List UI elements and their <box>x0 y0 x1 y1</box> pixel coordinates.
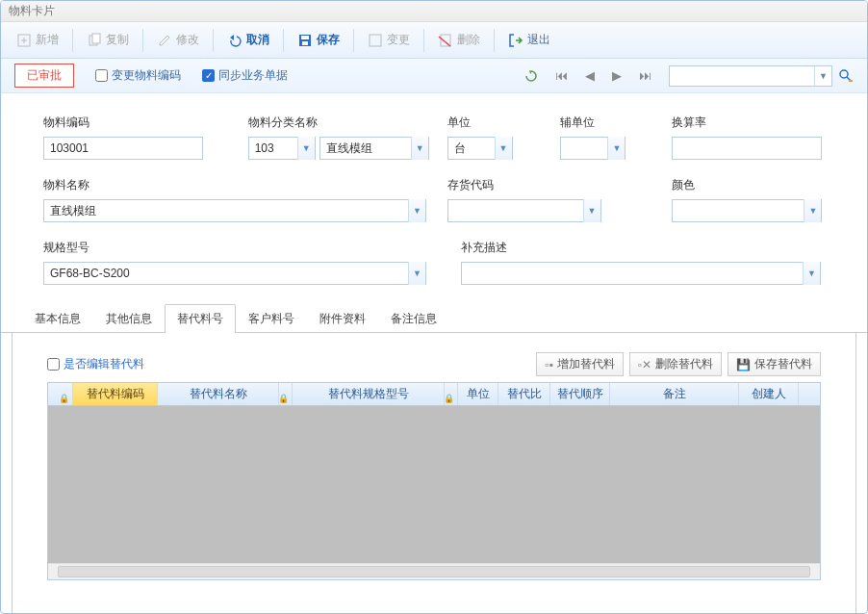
toolbar: 新增 复制 修改 取消 保存 变更 删除 退出 <box>1 22 867 59</box>
chevron-down-icon: ▼ <box>804 199 821 222</box>
grid-header-cell[interactable]: 🔒 <box>279 383 293 405</box>
refresh-icon[interactable] <box>524 69 538 83</box>
cat-label: 物料分类名称 <box>248 115 447 131</box>
save-icon <box>297 33 313 48</box>
tab-attach[interactable]: 附件资料 <box>307 304 378 333</box>
edit-icon <box>157 33 172 48</box>
change-code-checkbox[interactable]: 变更物料编码 <box>95 67 181 84</box>
desc-select[interactable]: ▼ <box>461 262 821 285</box>
grid-scrollbar[interactable] <box>48 563 820 579</box>
status-badge[interactable]: 已审批 <box>14 64 74 88</box>
edit-button[interactable]: 修改 <box>149 28 207 52</box>
grid-header-cell[interactable]: 替代料编码 <box>73 383 158 405</box>
search-combo[interactable]: ▼ <box>669 65 832 87</box>
svg-point-11 <box>840 70 848 78</box>
grid-header-cell[interactable]: 🔒 <box>445 383 458 405</box>
delete-button[interactable]: 删除 <box>430 28 488 52</box>
change-button[interactable]: 变更 <box>360 28 418 52</box>
grid-header-cell[interactable]: 替代比 <box>498 383 550 405</box>
main-window: 物料卡片 新增 复制 修改 取消 保存 变更 删除 退出 已审批 变更物料编码 … <box>0 0 868 614</box>
grid-header-cell[interactable]: 🔒 <box>48 383 73 405</box>
color-label: 颜色 <box>672 177 825 193</box>
alt-grid: 🔒替代料编码替代料名称🔒替代料规格型号🔒单位替代比替代顺序备注创建人 <box>47 382 821 580</box>
new-icon <box>16 33 32 48</box>
search-icon[interactable] <box>838 68 854 84</box>
grid-header: 🔒替代料编码替代料名称🔒替代料规格型号🔒单位替代比替代顺序备注创建人 <box>48 383 820 406</box>
stock-select[interactable]: ▼ <box>447 199 601 222</box>
grid-header-cell[interactable]: 替代料规格型号 <box>293 383 445 405</box>
new-button[interactable]: 新增 <box>9 28 66 52</box>
save-button[interactable]: 保存 <box>290 28 347 52</box>
sync-biz-checkbox[interactable]: ✓同步业务单据 <box>202 67 288 84</box>
code-label: 物料编码 <box>43 115 248 131</box>
cancel-button[interactable]: 取消 <box>219 28 277 52</box>
chevron-down-icon: ▼ <box>495 137 512 160</box>
tab-other[interactable]: 其他信息 <box>93 304 165 333</box>
check-icon: ✓ <box>202 69 215 82</box>
nav-last-icon[interactable]: ⏭ <box>639 68 651 83</box>
color-select[interactable]: ▼ <box>672 199 822 222</box>
nav-next-icon[interactable]: ▶ <box>612 68 622 83</box>
undo-icon <box>227 33 243 48</box>
rate-label: 换算率 <box>672 115 825 131</box>
cat-code-select[interactable]: 103▼ <box>248 137 316 160</box>
add-icon: ▫▪ <box>545 358 553 371</box>
chevron-down-icon: ▼ <box>297 137 315 160</box>
unit-select[interactable]: 台▼ <box>447 137 513 160</box>
grid-header-cell[interactable]: 替代料名称 <box>158 383 279 405</box>
aux-unit-select[interactable]: ▼ <box>560 137 625 160</box>
nav-prev-icon[interactable]: ◀ <box>585 68 595 83</box>
grid-header-cell[interactable]: 单位 <box>458 383 498 405</box>
lock-icon: 🔒 <box>444 394 454 403</box>
change-icon <box>368 33 383 48</box>
form-area: 物料编码103001 物料分类名称103▼直线模组▼ 单位台▼ 辅单位▼ 换算率… <box>1 93 867 300</box>
title-bar: 物料卡片 <box>1 1 867 22</box>
chevron-down-icon: ▼ <box>583 199 600 222</box>
del-alt-button[interactable]: ▫✕删除替代料 <box>629 352 722 376</box>
tab-cust-code[interactable]: 客户料号 <box>236 304 307 333</box>
window-title: 物料卡片 <box>9 3 55 19</box>
second-toolbar: 已审批 变更物料编码 ✓同步业务单据 ⏮ ◀ ▶ ⏭ ▼ <box>1 59 867 93</box>
desc-label: 补充描述 <box>461 240 821 256</box>
spec-label: 规格型号 <box>43 240 461 256</box>
svg-rect-4 <box>92 34 100 43</box>
lock-icon: 🔒 <box>59 394 69 403</box>
svg-rect-6 <box>301 36 309 39</box>
tab-alt-code[interactable]: 替代料号 <box>165 304 236 333</box>
chevron-down-icon: ▼ <box>814 66 831 86</box>
lock-icon: 🔒 <box>278 394 289 403</box>
chevron-down-icon: ▼ <box>803 262 820 285</box>
tab-remark[interactable]: 备注信息 <box>378 304 449 333</box>
save-alt-button[interactable]: 💾保存替代料 <box>728 352 821 376</box>
exit-button[interactable]: 退出 <box>500 28 558 52</box>
cat-name-select[interactable]: 直线模组▼ <box>319 137 429 160</box>
copy-button[interactable]: 复制 <box>79 28 137 52</box>
chevron-down-icon: ▼ <box>607 137 625 160</box>
add-alt-button[interactable]: ▫▪增加替代料 <box>536 352 624 376</box>
tab-basic[interactable]: 基本信息 <box>22 304 93 333</box>
delete-icon: ▫✕ <box>638 358 651 371</box>
code-input[interactable]: 103001 <box>43 137 203 160</box>
delete-icon <box>438 33 453 48</box>
aux-unit-label: 辅单位 <box>560 115 672 131</box>
rate-input[interactable] <box>672 137 822 160</box>
tab-strip: 基本信息 其他信息 替代料号 客户料号 附件资料 备注信息 <box>1 304 867 333</box>
edit-alt-checkbox[interactable]: 是否编辑替代料 <box>47 356 144 372</box>
svg-rect-7 <box>302 41 308 45</box>
grid-header-cell[interactable]: 创建人 <box>739 383 799 405</box>
svg-rect-8 <box>370 35 381 46</box>
grid-header-cell[interactable]: 替代顺序 <box>550 383 610 405</box>
spec-select[interactable]: GF68-BC-S200▼ <box>43 262 426 285</box>
name-label: 物料名称 <box>43 177 447 193</box>
exit-icon <box>508 33 523 48</box>
tab-body: 是否编辑替代料 ▫▪增加替代料 ▫✕删除替代料 💾保存替代料 🔒替代料编码替代料… <box>12 333 856 614</box>
stock-label: 存货代码 <box>447 177 673 193</box>
grid-body[interactable] <box>48 406 820 563</box>
grid-header-cell[interactable]: 备注 <box>610 383 739 405</box>
chevron-down-icon: ▼ <box>411 137 428 160</box>
copy-icon <box>87 33 102 48</box>
unit-label: 单位 <box>447 115 561 131</box>
sub-toolbar: 是否编辑替代料 ▫▪增加替代料 ▫✕删除替代料 💾保存替代料 <box>47 352 821 376</box>
nav-first-icon[interactable]: ⏮ <box>555 68 568 83</box>
name-select[interactable]: 直线模组▼ <box>43 199 426 222</box>
